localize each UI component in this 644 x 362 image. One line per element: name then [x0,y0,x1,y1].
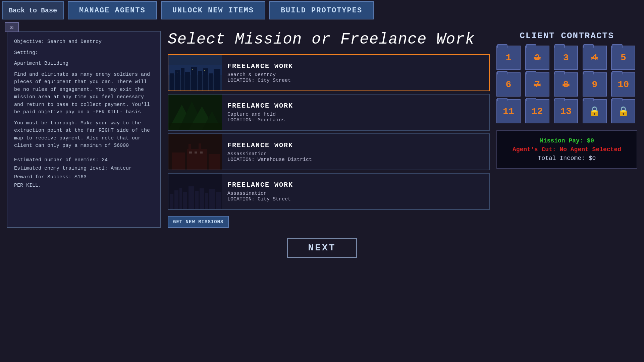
contract-item[interactable]: 1 [496,46,521,70]
mission-thumbnail [168,134,222,170]
contract-item[interactable]: 3 [554,46,578,70]
mission-type: FREELANCE WORK [227,102,293,110]
income-panel: Mission Pay: $0 Agent's Cut: No Agent Se… [496,130,637,169]
svg-rect-30 [170,194,173,209]
mission-type: FREELANCE WORK [227,141,312,149]
svg-rect-5 [185,72,190,90]
mail-icon-area: ✉ [5,22,19,32]
contract-number: 7 [534,79,540,90]
lock-icon: 🔒 [589,106,600,117]
total-income: Total Income: $0 [504,155,630,162]
mission-subtype: Capture and Hold [227,112,293,117]
mission-list: FREELANCE WORK Search & Destroy LOCATION… [168,54,490,210]
client-contracts-title: CLIENT CONTRACTS [496,31,637,41]
manage-agents-button[interactable]: MANAGE AGENTS [68,1,157,19]
mission-subtype: Assassination [227,151,312,157]
enemies-count: Estimated number of enemies: 24 [14,156,154,165]
svg-rect-13 [204,70,205,71]
contract-number: 6 [506,79,512,90]
contract-item[interactable]: 11 [496,99,521,123]
mission-info: FREELANCE WORK Search & Destroy LOCATION… [222,55,299,90]
svg-rect-7 [198,71,202,90]
contract-number: 1 [506,53,512,63]
center-panel: Select Mission or Freelance Work FREELAN… [168,31,490,228]
left-panel: Objective: Search and Destroy Setting: A… [7,31,161,228]
contract-item[interactable]: 7 [525,72,549,97]
mission-location: LOCATION: City Street [227,196,293,202]
svg-rect-21 [172,153,185,170]
contract-number: 11 [503,106,514,117]
mission-card[interactable]: FREELANCE WORK Capture and Hold LOCATION… [168,94,490,131]
training-level: Estimated enemy training level: Amateur [14,164,154,173]
mission-card[interactable]: FREELANCE WORK Assassination LOCATION: C… [168,173,490,210]
objective-line2: Setting: [14,49,154,57]
unlock-items-button[interactable]: UNLOCK NEW ITEMS [161,1,265,19]
svg-rect-38 [209,189,215,209]
back-to-base-button[interactable]: Back to Base [2,1,64,19]
objective-line1: Objective: Search and Destroy [14,38,154,46]
mission-subtype: Assassination [227,191,293,196]
svg-rect-31 [174,190,178,209]
svg-rect-6 [191,67,197,90]
svg-rect-25 [199,143,201,149]
mail-icon[interactable]: ✉ [5,22,19,32]
svg-rect-35 [195,191,199,209]
contract-item[interactable]: 9 [583,72,607,97]
svg-rect-12 [192,69,193,70]
contract-item[interactable]: 6 [496,72,521,97]
svg-rect-3 [175,70,180,90]
agent-cut: Agent's Cut: No Agent Selected [504,146,630,153]
per-kill: PER KILL. [14,181,154,190]
contract-number: 8 [563,79,569,90]
svg-rect-23 [209,154,220,170]
mission-info: FREELANCE WORK Capture and Hold LOCATION… [222,95,299,130]
contract-item[interactable]: 12 [525,99,549,123]
mission-thumbnail [168,55,222,90]
svg-rect-32 [179,188,182,209]
top-nav: Back to Base MANAGE AGENTS UNLOCK NEW IT… [0,0,644,21]
svg-rect-28 [200,152,203,154]
mission-subtype: Search & Destroy [227,72,293,78]
main-content: Objective: Search and Destroy Setting: A… [0,24,644,228]
contracts-grid: 12345678910111213🔒🔒 [496,46,637,123]
mission-location: LOCATION: Mountains [227,117,293,123]
contract-item[interactable]: 10 [611,72,635,97]
contract-number: 4 [592,53,597,63]
reward-amount: Reward for Success: $163 [14,173,154,182]
contract-number: 5 [621,53,626,63]
contract-item[interactable]: 2 [525,46,549,70]
mission-location: LOCATION: Warehouse District [227,157,312,163]
svg-rect-33 [183,192,187,209]
svg-rect-39 [216,192,221,209]
mission-info: FREELANCE WORK Assassination LOCATION: W… [222,134,317,170]
mission-thumbnail [168,95,222,130]
mission-info: FREELANCE WORK Assassination LOCATION: C… [222,174,299,209]
contract-item[interactable]: 8 [554,72,578,97]
build-prototypes-button[interactable]: BUILD PROTOTYPES [269,1,374,19]
svg-rect-10 [214,69,220,90]
contract-item[interactable]: 4 [583,46,607,70]
svg-rect-2 [170,73,174,90]
contract-number: 9 [592,79,597,90]
mission-card[interactable]: FREELANCE WORK Search & Destroy LOCATION… [168,54,490,91]
svg-rect-27 [195,152,197,154]
mission-stats: Estimated number of enemies: 24 Estimate… [14,156,154,190]
mission-card[interactable]: FREELANCE WORK Assassination LOCATION: W… [168,133,490,170]
contract-item: 🔒 [583,99,607,123]
mission-location: LOCATION: City Street [227,78,293,83]
get-new-missions-button[interactable]: GET NEW MISSIONS [168,216,229,228]
contract-number: 13 [560,106,572,117]
mission-type: FREELANCE WORK [227,62,293,70]
objective-line3: Apartment Building [14,60,154,68]
contract-item: 🔒 [611,99,635,123]
svg-rect-26 [189,152,192,154]
next-button[interactable]: NEXT [287,238,357,258]
contract-number: 2 [534,53,540,63]
svg-rect-9 [209,73,213,90]
contract-item[interactable]: 5 [611,46,635,70]
contract-item[interactable]: 13 [554,99,578,123]
contract-number: 12 [532,106,543,117]
objective-detail: You must be thorough. Make your way to t… [14,120,154,150]
svg-rect-19 [168,123,222,130]
mission-type: FREELANCE WORK [227,181,293,189]
